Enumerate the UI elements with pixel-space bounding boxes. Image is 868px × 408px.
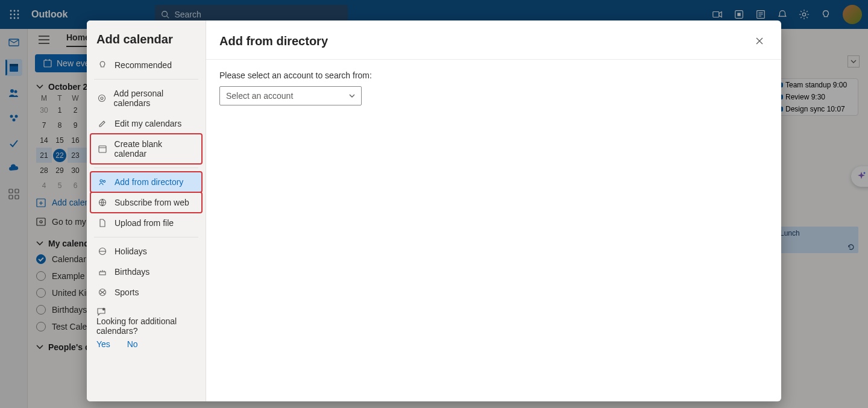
globe-icon xyxy=(98,247,107,256)
modal-title: Add calendar xyxy=(87,20,206,55)
svg-point-36 xyxy=(100,180,102,182)
svg-point-33 xyxy=(99,95,105,102)
nav-subscribe-web[interactable]: Subscribe from web xyxy=(90,192,202,213)
people-directory-icon xyxy=(98,178,107,186)
chevron-down-icon xyxy=(349,94,355,98)
account-select-label: Please select an account to search from: xyxy=(219,71,768,80)
additional-calendars-prompt: Looking for additional calendars? Yes No xyxy=(89,303,203,353)
at-icon xyxy=(98,94,107,102)
nav-label: Subscribe from web xyxy=(115,198,189,207)
chat-icon xyxy=(96,307,106,316)
nav-label: Sports xyxy=(115,287,139,297)
nav-upload-file[interactable]: Upload from file xyxy=(90,213,202,233)
nav-holidays[interactable]: Holidays xyxy=(90,241,202,262)
nav-add-personal[interactable]: Add personal calendars xyxy=(90,83,202,113)
nav-create-blank[interactable]: Create blank calendar xyxy=(90,134,202,164)
nav-label: Recommended xyxy=(115,60,172,70)
calendar-blank-icon xyxy=(98,145,107,153)
svg-point-42 xyxy=(102,308,105,310)
nav-label: Birthdays xyxy=(115,267,149,277)
nav-label: Add personal calendars xyxy=(114,89,195,108)
sports-icon xyxy=(98,288,107,297)
additional-no-link[interactable]: No xyxy=(127,339,138,349)
close-icon xyxy=(755,37,764,45)
modal-content-title: Add from directory xyxy=(219,34,328,48)
svg-point-34 xyxy=(101,97,103,99)
nav-birthdays[interactable]: Birthdays xyxy=(90,262,202,282)
nav-label: Add from directory xyxy=(115,177,183,187)
additional-text: Looking for additional calendars? xyxy=(96,316,177,336)
select-placeholder: Select an account xyxy=(226,91,293,101)
additional-yes-link[interactable]: Yes xyxy=(96,339,110,349)
lightbulb-icon xyxy=(98,61,107,69)
nav-label: Edit my calendars xyxy=(115,119,181,128)
file-icon xyxy=(98,219,107,227)
svg-rect-35 xyxy=(99,146,106,152)
nav-label: Holidays xyxy=(115,246,147,256)
cake-icon xyxy=(98,268,107,276)
nav-add-from-directory[interactable]: Add from directory xyxy=(90,172,202,192)
svg-rect-40 xyxy=(99,272,105,275)
nav-label: Upload from file xyxy=(115,218,174,228)
modal-nav: Recommended Add personal calendars Edit … xyxy=(87,55,206,353)
nav-edit-my-calendars[interactable]: Edit my calendars xyxy=(90,113,202,134)
add-calendar-modal: Add calendar Recommended Add personal ca… xyxy=(87,20,781,401)
nav-sports[interactable]: Sports xyxy=(90,282,202,303)
close-button[interactable] xyxy=(751,33,768,49)
modal-sidebar: Add calendar Recommended Add personal ca… xyxy=(87,20,206,401)
modal-content: Add from directory Please select an acco… xyxy=(206,20,781,401)
nav-label: Create blank calendar xyxy=(115,139,195,158)
modal-overlay: Add calendar Recommended Add personal ca… xyxy=(0,0,868,408)
globe-icon xyxy=(98,198,107,207)
account-select[interactable]: Select an account xyxy=(219,86,362,105)
edit-icon xyxy=(98,119,107,128)
nav-recommended[interactable]: Recommended xyxy=(90,55,202,75)
svg-point-37 xyxy=(103,180,105,182)
